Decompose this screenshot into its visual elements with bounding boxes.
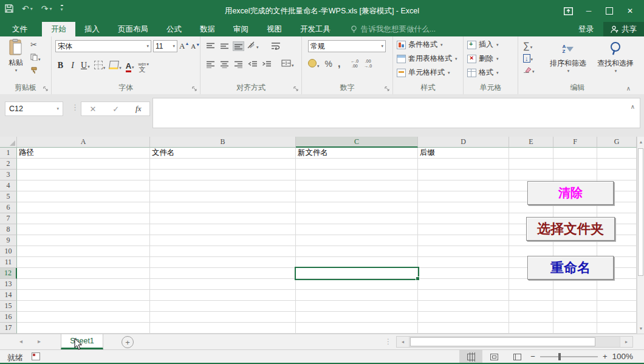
cell-F1[interactable]	[553, 148, 597, 159]
row-header-17[interactable]: 17	[0, 323, 17, 334]
formula-input[interactable]: ∧	[152, 98, 640, 128]
cell-D2[interactable]	[418, 159, 509, 170]
align-top-icon[interactable]	[205, 42, 216, 50]
conditional-formatting-button[interactable]: 条件格式▾	[397, 39, 457, 50]
sheet-nav-left-icon[interactable]: ◂	[19, 338, 22, 345]
bold-button[interactable]: B	[57, 61, 64, 70]
cell-A8[interactable]	[17, 224, 150, 235]
align-right-icon[interactable]	[233, 60, 244, 69]
cell-F17[interactable]	[553, 323, 597, 334]
cell-D15[interactable]	[418, 301, 509, 312]
cell-C5[interactable]	[296, 191, 418, 202]
tab-home[interactable]: 开始	[42, 22, 75, 36]
cell-B9[interactable]	[150, 235, 296, 246]
cell-A7[interactable]	[17, 213, 150, 224]
cell-G3[interactable]	[597, 170, 637, 180]
cell-B16[interactable]	[150, 312, 296, 323]
tab-insert[interactable]: 插入	[75, 22, 109, 36]
cut-icon[interactable]: ✂	[30, 40, 37, 49]
cell-E3[interactable]	[509, 170, 553, 180]
scroll-right-icon[interactable]: ▸	[620, 337, 632, 347]
row-header-13[interactable]: 13	[0, 279, 17, 290]
zoom-level[interactable]: 100%	[612, 352, 633, 361]
cell-A16[interactable]	[17, 312, 150, 323]
align-center-icon[interactable]	[219, 60, 230, 69]
cell-C16[interactable]	[296, 312, 418, 323]
align-left-icon[interactable]	[205, 60, 216, 69]
cell-D11[interactable]	[418, 257, 509, 268]
cell-C17[interactable]	[296, 323, 418, 334]
fill-color-button[interactable]: ▾	[109, 61, 122, 71]
orientation-button[interactable]: ab▾	[247, 41, 259, 50]
grow-font-button[interactable]: A▲	[179, 41, 189, 51]
cell-C8[interactable]	[296, 224, 418, 235]
cell-A1[interactable]: 路径	[17, 148, 150, 159]
zoom-slider[interactable]	[540, 356, 598, 357]
column-header-E[interactable]: E	[509, 137, 553, 148]
sort-filter-button[interactable]: AZ 排序和筛选 ▾	[550, 40, 586, 74]
column-header-G[interactable]: G	[597, 137, 637, 148]
cell-B6[interactable]	[150, 202, 296, 213]
cell-B5[interactable]	[150, 191, 296, 202]
tab-bar-splitter[interactable]: ⋮	[385, 337, 392, 346]
cell-B13[interactable]	[150, 279, 296, 290]
row-header-4[interactable]: 4	[0, 180, 17, 191]
cell-D13[interactable]	[418, 279, 509, 290]
cell-B1[interactable]: 文件名	[150, 148, 296, 159]
vertical-scrollbar-thumb[interactable]	[638, 148, 643, 276]
cell-A10[interactable]	[17, 246, 150, 257]
new-sheet-icon[interactable]: +	[122, 336, 134, 348]
increase-indent-icon[interactable]	[261, 60, 272, 69]
cell-D17[interactable]	[418, 323, 509, 334]
cell-D4[interactable]	[418, 180, 509, 191]
collapse-formula-bar-icon[interactable]: ∧	[631, 103, 635, 110]
cell-F13[interactable]	[553, 279, 597, 290]
cell-A6[interactable]	[17, 202, 150, 213]
paste-button[interactable]: 粘贴 ▾	[4, 39, 28, 83]
minimize-button[interactable]: ─	[578, 2, 599, 20]
cell-G13[interactable]	[597, 279, 637, 290]
wrap-text-button[interactable]	[271, 42, 281, 50]
enter-icon[interactable]: ✓	[112, 105, 119, 114]
scroll-down-icon[interactable]: ▼	[637, 323, 644, 334]
horizontal-scrollbar[interactable]: ◂ ▸	[396, 336, 633, 348]
row-header-16[interactable]: 16	[0, 312, 17, 323]
row-header-1[interactable]: 1	[0, 148, 17, 159]
font-dialog-launcher-icon[interactable]	[192, 86, 198, 92]
macro-record-icon[interactable]	[32, 352, 40, 360]
cell-G1[interactable]	[597, 148, 637, 159]
cell-A13[interactable]	[17, 279, 150, 290]
selected-cell-C12[interactable]	[295, 267, 419, 280]
tab-page-layout[interactable]: 页面布局	[109, 22, 157, 36]
shrink-font-button[interactable]: A▼	[191, 43, 200, 50]
cell-B17[interactable]	[150, 323, 296, 334]
sheet-tab-sheet1[interactable]: Sheet1	[61, 334, 103, 349]
insert-cells-button[interactable]: 插入▾	[467, 39, 499, 50]
cell-C6[interactable]	[296, 202, 418, 213]
cell-B2[interactable]	[150, 159, 296, 170]
accounting-format-button[interactable]: ▾	[308, 59, 320, 69]
cell-B4[interactable]	[150, 180, 296, 191]
close-button[interactable]: ✕	[620, 2, 640, 20]
rename-form-button[interactable]: 重命名	[527, 256, 614, 280]
decrease-indent-icon[interactable]	[247, 60, 258, 69]
delete-cells-button[interactable]: 删除▾	[467, 53, 499, 64]
sheet-nav-right-icon[interactable]: ▸	[38, 338, 41, 345]
cell-F14[interactable]	[553, 290, 597, 301]
cell-G14[interactable]	[597, 290, 637, 301]
comma-style-icon[interactable]: ,	[338, 58, 340, 69]
scroll-left-icon[interactable]: ◂	[397, 337, 409, 347]
cell-E2[interactable]	[509, 159, 553, 170]
cell-D7[interactable]	[418, 213, 509, 224]
fill-handle[interactable]	[416, 276, 420, 281]
column-header-F[interactable]: F	[553, 137, 597, 148]
font-name-combo[interactable]: 宋体▾	[55, 40, 151, 52]
cell-C13[interactable]	[296, 279, 418, 290]
cell-B12[interactable]	[150, 268, 296, 279]
row-header-11[interactable]: 11	[0, 257, 17, 268]
ribbon-display-options-icon[interactable]	[558, 2, 578, 20]
zoom-in-icon[interactable]: +	[603, 352, 608, 361]
cell-B7[interactable]	[150, 213, 296, 224]
page-break-view-icon[interactable]	[505, 350, 529, 364]
italic-button[interactable]: I	[69, 61, 77, 70]
